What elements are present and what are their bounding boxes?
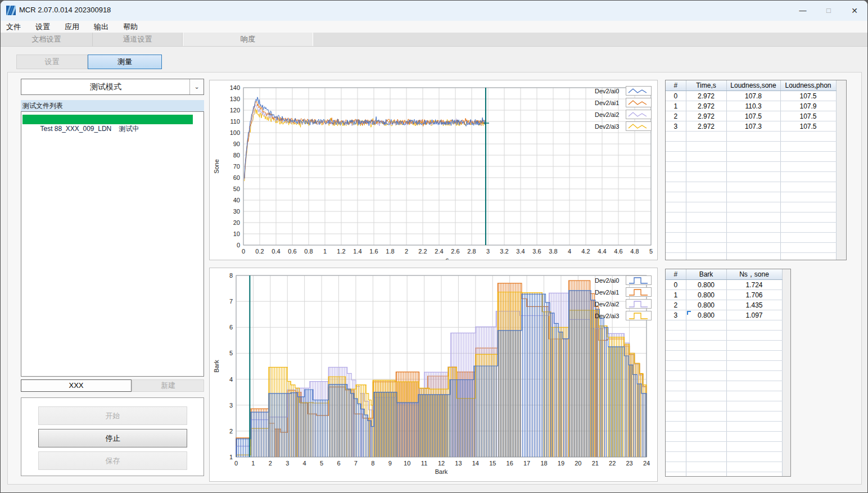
table-cell[interactable] — [686, 341, 726, 351]
table-cell[interactable] — [780, 212, 836, 223]
table-row[interactable]: 00.8001.724 — [666, 280, 782, 290]
table-row[interactable] — [666, 452, 782, 462]
table-cell[interactable] — [686, 411, 726, 422]
column-header[interactable]: Ns，sone — [726, 269, 782, 280]
table-cell[interactable] — [686, 472, 726, 477]
table-row[interactable] — [666, 391, 782, 401]
menu-item-4[interactable]: 帮助 — [116, 21, 145, 33]
table-cell[interactable]: 2.972 — [686, 91, 726, 101]
table-cell[interactable] — [726, 442, 782, 452]
table-cell[interactable] — [666, 172, 686, 182]
table-row[interactable] — [666, 422, 782, 432]
table-cell[interactable] — [780, 202, 836, 212]
table-cell[interactable] — [686, 202, 726, 212]
table-cell[interactable] — [666, 371, 686, 381]
column-header[interactable]: Time,s — [686, 80, 726, 91]
table-cell[interactable]: 2.972 — [686, 111, 726, 121]
table-cell[interactable]: 3 — [666, 310, 686, 320]
table-row[interactable] — [666, 142, 836, 152]
table-cell[interactable] — [780, 132, 836, 142]
table-cell[interactable] — [780, 233, 836, 243]
table-cell[interactable]: 3 — [666, 121, 686, 132]
table-cell[interactable]: 0.800 — [686, 310, 726, 320]
table-cell[interactable] — [726, 152, 780, 162]
table-cell[interactable]: 0 — [666, 280, 686, 290]
table-row[interactable]: 30.8001.097 — [666, 310, 782, 320]
table-row[interactable] — [666, 243, 836, 253]
table-cell[interactable] — [726, 320, 782, 331]
table-cell[interactable] — [726, 452, 782, 462]
table-cell[interactable]: 1 — [666, 290, 686, 300]
table-cell[interactable]: 1.706 — [726, 290, 782, 300]
table-cell[interactable] — [726, 253, 780, 261]
table-row[interactable]: 02.972107.8107.5 — [666, 91, 836, 101]
test-file-list[interactable]: Test 88_XXX_009_LDN 测试中 — [21, 111, 204, 377]
table-row[interactable] — [666, 432, 782, 442]
table-cell[interactable]: 2 — [666, 300, 686, 310]
table-cell[interactable]: 2.972 — [686, 121, 726, 132]
table-cell[interactable] — [726, 391, 782, 401]
table-cell[interactable]: 107.5 — [780, 91, 836, 101]
column-header[interactable]: Loudness,phon — [780, 80, 836, 91]
table-cell[interactable] — [780, 162, 836, 172]
column-header[interactable]: Bark — [686, 269, 726, 280]
table-cell[interactable] — [726, 243, 780, 253]
table-cell[interactable] — [666, 422, 686, 432]
table-cell[interactable] — [686, 401, 726, 411]
table-row[interactable] — [666, 401, 782, 411]
table-row[interactable] — [666, 462, 782, 472]
table-row[interactable] — [666, 381, 782, 391]
close-button[interactable]: ✕ — [842, 1, 867, 21]
table-row[interactable] — [666, 371, 782, 381]
table-row[interactable] — [666, 341, 782, 351]
table-cell[interactable] — [666, 351, 686, 361]
table-cell[interactable] — [726, 223, 780, 233]
menu-item-0[interactable]: 文件 — [1, 21, 28, 33]
table-cell[interactable] — [686, 132, 726, 142]
table-cell[interactable] — [726, 182, 780, 192]
table-cell[interactable] — [686, 182, 726, 192]
list-item[interactable]: Test 88_XXX_009_LDN 测试中 — [22, 115, 193, 124]
table-cell[interactable] — [686, 253, 726, 261]
table-row[interactable] — [666, 132, 836, 142]
table-cell[interactable] — [686, 442, 726, 452]
table-cell[interactable] — [726, 361, 782, 371]
table-row[interactable]: 32.972107.3107.5 — [666, 121, 836, 132]
table-cell[interactable] — [726, 172, 780, 182]
table-cell[interactable] — [666, 243, 686, 253]
table-cell[interactable] — [686, 361, 726, 371]
table-cell[interactable] — [686, 152, 726, 162]
table-row[interactable] — [666, 361, 782, 371]
table-row[interactable] — [666, 152, 836, 162]
table-row[interactable]: 12.972110.3107.9 — [666, 101, 836, 111]
menu-item-2[interactable]: 应用 — [57, 21, 87, 33]
table-row[interactable] — [666, 320, 782, 331]
table-cell[interactable] — [780, 152, 836, 162]
table-cell[interactable] — [686, 233, 726, 243]
table-cell[interactable] — [666, 391, 686, 401]
table-cell[interactable] — [666, 192, 686, 202]
table-cell[interactable]: 107.5 — [780, 121, 836, 132]
table-cell[interactable] — [686, 462, 726, 472]
table-cell[interactable]: 107.5 — [726, 111, 780, 121]
table-row[interactable] — [666, 253, 836, 261]
table-cell[interactable] — [666, 152, 686, 162]
table-row[interactable]: 20.8001.435 — [666, 300, 782, 310]
table-cell[interactable] — [686, 320, 726, 331]
table-row[interactable] — [666, 442, 782, 452]
table-cell[interactable]: 107.5 — [780, 111, 836, 121]
table-cell[interactable] — [666, 132, 686, 142]
table-cell[interactable] — [666, 253, 686, 261]
tab-measure[interactable]: 测量 — [88, 55, 162, 69]
table-cell[interactable]: 107.9 — [780, 101, 836, 111]
table-cell[interactable] — [686, 162, 726, 172]
table-cell[interactable] — [666, 320, 686, 331]
table-cell[interactable] — [780, 142, 836, 152]
table-cell[interactable] — [686, 432, 726, 442]
table-cell[interactable] — [666, 142, 686, 152]
table-row[interactable]: 22.972107.5107.5 — [666, 111, 836, 121]
table-cell[interactable] — [666, 472, 686, 477]
table-cell[interactable] — [666, 411, 686, 422]
table-cell[interactable] — [726, 462, 782, 472]
table-cell[interactable] — [666, 341, 686, 351]
